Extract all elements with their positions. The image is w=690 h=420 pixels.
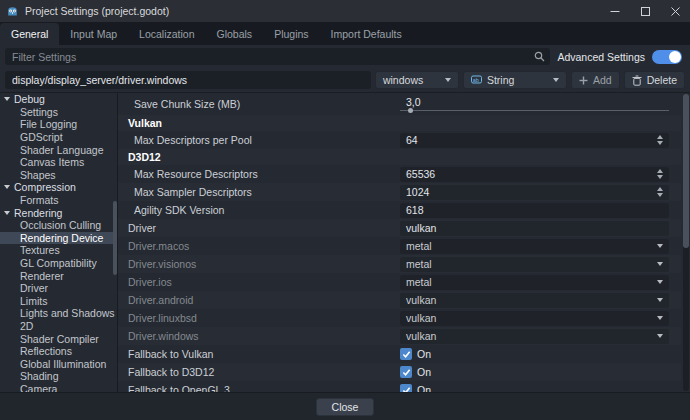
spinner	[657, 169, 663, 179]
value-field[interactable]: 1024	[400, 185, 669, 200]
main-scrollbar[interactable]	[683, 94, 689, 391]
add-button[interactable]: Add	[571, 71, 620, 89]
setting-label: Fallback to D3D12	[128, 366, 400, 378]
main-scrollbar-thumb[interactable]	[683, 94, 689, 248]
value-text: 64	[406, 134, 418, 146]
setting-row-fallback-to-opengl-3: Fallback to OpenGL 3On	[118, 381, 681, 392]
tab-general[interactable]: General	[0, 23, 59, 45]
value-dropdown[interactable]: vulkan	[400, 311, 669, 326]
value-field[interactable]: 64	[400, 133, 669, 148]
sidebar-item-formats[interactable]: Formats	[0, 194, 117, 207]
sidebar-item-file-logging[interactable]: File Logging	[0, 118, 117, 131]
chevron-down-icon	[657, 280, 663, 284]
maximize-button[interactable]	[630, 0, 660, 22]
property-path-input[interactable]	[5, 71, 371, 89]
checkbox[interactable]	[400, 348, 412, 360]
filter-settings-input[interactable]	[5, 48, 550, 65]
spinner	[657, 135, 663, 145]
chevron-down-icon	[657, 316, 663, 320]
value-field[interactable]: 618	[400, 203, 669, 218]
sidebar-item-label: Occlusion Culling	[20, 219, 101, 231]
sidebar-item-driver[interactable]: Driver	[0, 282, 117, 295]
advanced-settings-toggle[interactable]	[652, 50, 682, 64]
sidebar-item-camera[interactable]: Camera	[0, 383, 117, 392]
feature-tag-value: windows	[383, 74, 423, 86]
sidebar-item-shapes[interactable]: Shapes	[0, 169, 117, 182]
sidebar-item-label: Shader Language	[20, 144, 104, 156]
value-dropdown[interactable]: metal	[400, 257, 669, 272]
tab-import-defaults[interactable]: Import Defaults	[320, 23, 413, 45]
sidebar-item-2d[interactable]: 2D	[0, 320, 117, 333]
window-controls	[600, 0, 690, 22]
sidebar-item-label: Shapes	[20, 169, 56, 181]
slider-grabber[interactable]	[408, 108, 413, 113]
sidebar-scrollbar[interactable]	[113, 93, 117, 392]
sidebar-item-shading[interactable]: Shading	[0, 370, 117, 383]
sidebar-item-lights-and-shadows[interactable]: Lights and Shadows	[0, 307, 117, 320]
value-dropdown[interactable]: vulkan	[400, 329, 669, 344]
minimize-button[interactable]	[600, 0, 630, 22]
sidebar-item-rendering-device[interactable]: Rendering Device	[0, 232, 117, 245]
setting-row-agility-sdk-version: Agility SDK Version618	[118, 201, 681, 219]
sidebar-item-label: 2D	[20, 320, 33, 332]
value-field[interactable]: vulkan	[400, 221, 669, 236]
feature-tag-dropdown[interactable]: windows	[375, 71, 459, 89]
sidebar-item-label: Camera	[20, 383, 57, 392]
sidebar-item-rendering[interactable]: Rendering	[0, 206, 117, 219]
tab-localization[interactable]: Localization	[128, 23, 205, 45]
spin-down-button[interactable]	[657, 175, 663, 179]
spin-up-button[interactable]	[657, 187, 663, 191]
spin-down-button[interactable]	[657, 193, 663, 197]
checkbox[interactable]	[400, 384, 412, 392]
value-field[interactable]: 3,0	[400, 95, 669, 108]
value-text: 65536	[406, 168, 435, 180]
sidebar-item-renderer[interactable]: Renderer	[0, 269, 117, 282]
spin-up-button[interactable]	[657, 135, 663, 139]
chevron-down-icon	[445, 78, 451, 82]
sidebar-scrollbar-thumb[interactable]	[113, 201, 117, 276]
slider-track[interactable]	[400, 110, 669, 111]
setting-label: Driver.ios	[128, 276, 400, 288]
sidebar-item-debug[interactable]: Debug	[0, 93, 117, 106]
setting-value: metal	[400, 239, 669, 254]
type-dropdown[interactable]: ab String	[463, 71, 567, 89]
delete-icon	[632, 75, 642, 86]
close-button[interactable]: Close	[316, 398, 375, 416]
value-field[interactable]: 65536	[400, 167, 669, 182]
value-dropdown[interactable]: metal	[400, 275, 669, 290]
sidebar-item-settings[interactable]: Settings	[0, 106, 117, 119]
setting-value: 618	[400, 203, 669, 218]
property-bar: windows ab String Add Delete	[0, 68, 690, 93]
setting-label: Agility SDK Version	[128, 204, 400, 216]
chevron-down-icon	[553, 78, 559, 82]
sidebar-item-occlusion-culling[interactable]: Occlusion Culling	[0, 219, 117, 232]
sidebar-item-canvas-items[interactable]: Canvas Items	[0, 156, 117, 169]
spinner	[657, 187, 663, 197]
sidebar-item-global-illumination[interactable]: Global Illumination	[0, 357, 117, 370]
close-window-button[interactable]	[660, 0, 690, 22]
checkbox[interactable]	[400, 366, 412, 378]
sidebar-item-shader-language[interactable]: Shader Language	[0, 143, 117, 156]
delete-button[interactable]: Delete	[624, 71, 685, 89]
sidebar-item-gdscript[interactable]: GDScript	[0, 131, 117, 144]
sidebar-item-textures[interactable]: Textures	[0, 244, 117, 257]
setting-row-max-resource-descriptors: Max Resource Descriptors65536	[118, 165, 681, 183]
tab-input-map[interactable]: Input Map	[59, 23, 128, 45]
setting-value: vulkan	[400, 293, 669, 308]
sidebar-item-limits[interactable]: Limits	[0, 295, 117, 308]
chevron-down-icon	[4, 97, 10, 101]
sidebar: DebugSettingsFile LoggingGDScriptShader …	[0, 93, 118, 392]
tab-globals[interactable]: Globals	[206, 23, 264, 45]
sidebar-item-compression[interactable]: Compression	[0, 181, 117, 194]
value-dropdown[interactable]: metal	[400, 239, 669, 254]
sidebar-item-gl-compatibility[interactable]: GL Compatibility	[0, 257, 117, 270]
spin-down-button[interactable]	[657, 141, 663, 145]
value-dropdown[interactable]: vulkan	[400, 293, 669, 308]
sidebar-item-reflections[interactable]: Reflections	[0, 345, 117, 358]
chevron-down-icon	[4, 211, 10, 215]
sidebar-item-label: Settings	[20, 106, 58, 118]
sidebar-item-shader-compiler[interactable]: Shader Compiler	[0, 332, 117, 345]
chevron-down-icon	[657, 244, 663, 248]
tab-plugins[interactable]: Plugins	[263, 23, 319, 45]
spin-up-button[interactable]	[657, 169, 663, 173]
